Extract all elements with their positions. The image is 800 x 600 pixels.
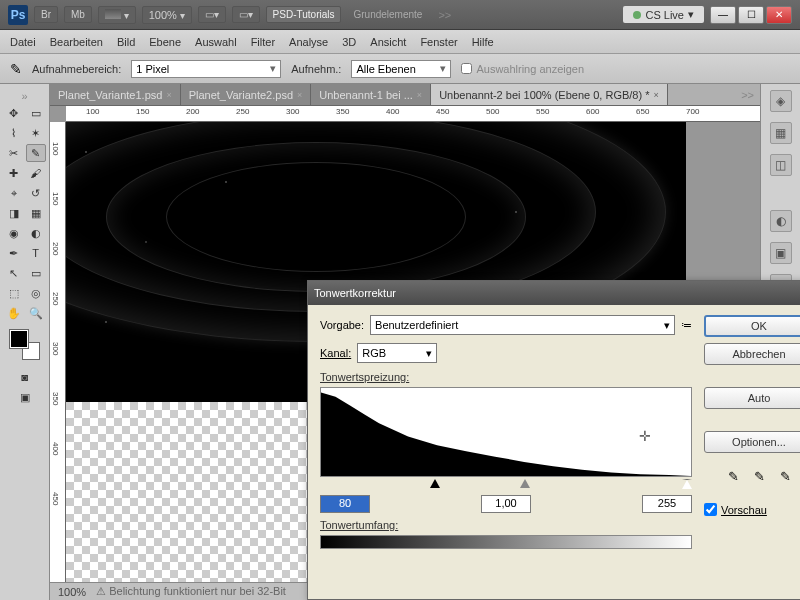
bridge-button[interactable]: Br (34, 6, 58, 23)
menu-bearbeiten[interactable]: Bearbeiten (50, 36, 103, 48)
screen-mode-1-button[interactable]: ▭▾ (198, 6, 226, 23)
shape-tool[interactable]: ▭ (26, 264, 46, 282)
lasso-tool[interactable]: ⌇ (4, 124, 24, 142)
grundelemente-button[interactable]: Grundelemente (347, 7, 428, 22)
move-tool[interactable]: ✥ (4, 104, 24, 122)
menu-ebene[interactable]: Ebene (149, 36, 181, 48)
menu-hilfe[interactable]: Hilfe (472, 36, 494, 48)
histogram-label: Tonwertspreizung: (320, 371, 692, 383)
marquee-tool[interactable]: ▭ (26, 104, 46, 122)
white-eyedropper-icon[interactable]: ✎ (775, 467, 795, 485)
more-workspaces-icon[interactable]: >> (434, 9, 455, 21)
tutorials-button[interactable]: PSD-Tutorials (266, 6, 342, 23)
dodge-tool[interactable]: ◐ (26, 224, 46, 242)
auto-button[interactable]: Auto (704, 387, 800, 409)
black-point-slider[interactable] (430, 479, 440, 488)
history-brush-tool[interactable]: ↺ (26, 184, 46, 202)
stamp-tool[interactable]: ⌖ (4, 184, 24, 202)
menu-bild[interactable]: Bild (117, 36, 135, 48)
preview-check-input[interactable] (704, 503, 717, 516)
input-sliders[interactable] (320, 479, 692, 491)
black-input[interactable]: 80 (320, 495, 370, 513)
close-icon[interactable]: × (297, 90, 302, 100)
minimize-button[interactable]: — (710, 6, 736, 24)
color-swatches[interactable] (10, 330, 40, 360)
preset-menu-icon[interactable]: ≔ (681, 319, 692, 332)
arrange-docs-button[interactable]: ▾ (98, 6, 136, 24)
pen-tool[interactable]: ✒ (4, 244, 24, 262)
close-button[interactable]: ✕ (766, 6, 792, 24)
crop-tool[interactable]: ✂ (4, 144, 24, 162)
preview-checkbox[interactable]: Vorschau (704, 503, 800, 516)
tab-planet2[interactable]: Planet_Variante2.psd× (181, 84, 312, 105)
white-input[interactable]: 255 (642, 495, 692, 513)
output-gradient[interactable] (320, 535, 692, 549)
eyedropper-tool[interactable]: ✎ (26, 144, 46, 162)
close-icon[interactable]: × (166, 90, 171, 100)
gamma-input[interactable]: 1,00 (481, 495, 531, 513)
blur-tool[interactable]: ◉ (4, 224, 24, 242)
tab-planet1[interactable]: Planet_Variante1.psd× (50, 84, 181, 105)
more-tabs-icon[interactable]: >> (737, 89, 760, 101)
zoom-tool[interactable]: 🔍 (26, 304, 46, 322)
masks-panel-icon[interactable]: ▣ (770, 242, 792, 264)
color-panel-icon[interactable]: ◈ (770, 90, 792, 112)
hand-tool[interactable]: ✋ (4, 304, 24, 322)
cancel-button[interactable]: Abbrechen (704, 343, 800, 365)
sample-size-label: Aufnahmebereich: (32, 63, 121, 75)
dialog-title-bar[interactable]: Tonwertkorrektur ✕ (308, 281, 800, 305)
heal-tool[interactable]: ✚ (4, 164, 24, 182)
sample-layers-select[interactable]: Alle Ebenen (351, 60, 451, 78)
midtone-slider[interactable] (520, 479, 530, 488)
status-zoom[interactable]: 100% (58, 586, 86, 598)
wand-tool[interactable]: ✶ (26, 124, 46, 142)
menu-analyse[interactable]: Analyse (289, 36, 328, 48)
ok-button[interactable]: OK (704, 315, 800, 337)
ruler-horizontal[interactable]: 100150200250300350400450500550600650700 (66, 106, 760, 122)
close-icon[interactable]: × (417, 90, 422, 100)
menu-datei[interactable]: Datei (10, 36, 36, 48)
eraser-tool[interactable]: ◨ (4, 204, 24, 222)
status-message: ⚠ Belichtung funktioniert nur bei 32-Bit (96, 585, 286, 598)
menu-ansicht[interactable]: Ansicht (370, 36, 406, 48)
ruler-vertical[interactable]: 100150200250300350400450 (50, 122, 66, 582)
3d-camera-tool[interactable]: ◎ (26, 284, 46, 302)
menu-bar: Datei Bearbeiten Bild Ebene Auswahl Filt… (0, 30, 800, 54)
close-icon[interactable]: × (653, 90, 658, 100)
foreground-color-swatch[interactable] (10, 330, 28, 348)
options-button[interactable]: Optionen... (704, 431, 800, 453)
gray-eyedropper-icon[interactable]: ✎ (749, 467, 769, 485)
show-ring-checkbox[interactable]: Auswahlring anzeigen (461, 63, 584, 75)
type-tool[interactable]: T (26, 244, 46, 262)
gradient-tool[interactable]: ▦ (26, 204, 46, 222)
ring-check-input[interactable] (461, 63, 472, 74)
brush-tool[interactable]: 🖌 (26, 164, 46, 182)
preset-select[interactable]: Benutzerdefiniert (370, 315, 675, 335)
maximize-button[interactable]: ☐ (738, 6, 764, 24)
tools-collapse-icon[interactable]: » (2, 90, 47, 102)
screen-mode-2-button[interactable]: ▭▾ (232, 6, 260, 23)
tab-unbenannt1[interactable]: Unbenannt-1 bei ...× (311, 84, 431, 105)
minibridge-button[interactable]: Mb (64, 6, 92, 23)
cs-live-button[interactable]: CS Live ▾ (623, 6, 704, 23)
black-eyedropper-icon[interactable]: ✎ (723, 467, 743, 485)
menu-auswahl[interactable]: Auswahl (195, 36, 237, 48)
channel-label: Kanal: (320, 347, 351, 359)
menu-filter[interactable]: Filter (251, 36, 275, 48)
histogram[interactable]: ✛ (320, 387, 692, 477)
channel-select[interactable]: RGB (357, 343, 437, 363)
path-tool[interactable]: ↖ (4, 264, 24, 282)
sample-size-select[interactable]: 1 Pixel (131, 60, 281, 78)
styles-panel-icon[interactable]: ◫ (770, 154, 792, 176)
adjustments-panel-icon[interactable]: ◐ (770, 210, 792, 232)
white-point-slider[interactable] (682, 479, 692, 489)
swatches-panel-icon[interactable]: ▦ (770, 122, 792, 144)
quickmask-tool[interactable]: ◙ (15, 368, 35, 386)
menu-fenster[interactable]: Fenster (420, 36, 457, 48)
tab-unbenannt2[interactable]: Unbenannt-2 bei 100% (Ebene 0, RGB/8) *× (431, 84, 668, 105)
screenmode-tool[interactable]: ▣ (15, 388, 35, 406)
zoom-level-button[interactable]: 100% ▾ (142, 6, 192, 24)
levels-dialog[interactable]: Tonwertkorrektur ✕ Vorgabe: Benutzerdefi… (307, 280, 800, 600)
3d-tool[interactable]: ⬚ (4, 284, 24, 302)
menu-3d[interactable]: 3D (342, 36, 356, 48)
